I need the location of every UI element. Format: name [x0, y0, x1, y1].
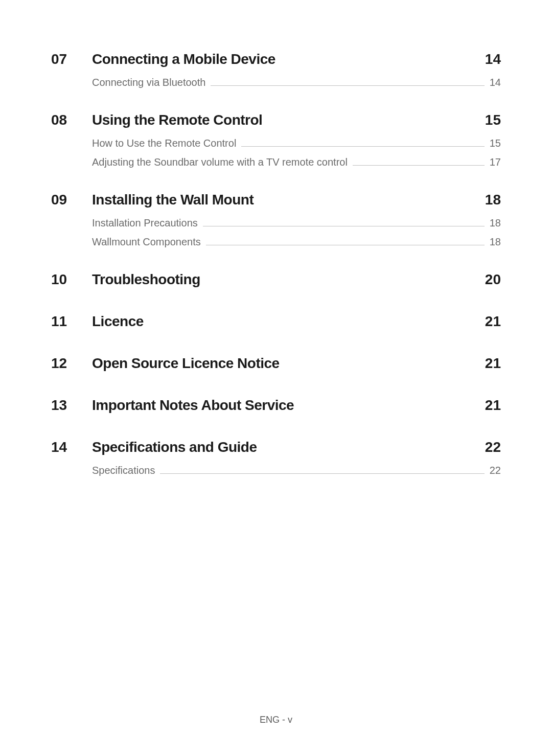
section-spacer	[51, 100, 501, 112]
section-title-row: Specifications and Guide22	[92, 439, 501, 455]
section-number: 12	[51, 355, 92, 372]
sub-item-page: 15	[490, 138, 501, 149]
sub-item-title: Specifications	[92, 465, 155, 476]
toc-section: 14Specifications and Guide22Specificatio…	[51, 439, 501, 484]
section-title-row: Licence21	[92, 313, 501, 330]
section-spacer	[51, 259, 501, 271]
sub-item-page: 22	[490, 465, 501, 476]
section-title-row: Connecting a Mobile Device14	[92, 51, 501, 67]
section-spacer	[51, 179, 501, 192]
section-page: 21	[485, 313, 501, 330]
sub-item-title: Wallmount Components	[92, 236, 201, 248]
toc-section: 07Connecting a Mobile Device14Connecting…	[51, 51, 501, 96]
section-title-row: Troubleshooting20	[92, 271, 501, 288]
section-title: Licence	[92, 313, 144, 330]
section-number: 14	[51, 439, 92, 455]
section-content: Important Notes About Service21	[92, 397, 501, 423]
sub-item-row: Connecting via Bluetooth14	[92, 77, 501, 88]
section-page: 21	[485, 397, 501, 414]
sub-item-row: Wallmount Components18	[92, 236, 501, 248]
section-number: 09	[51, 192, 92, 208]
section-title: Connecting a Mobile Device	[92, 51, 275, 67]
section-title: Open Source Licence Notice	[92, 355, 280, 372]
section-page: 20	[485, 271, 501, 288]
section-number: 11	[51, 313, 92, 330]
section-spacer	[51, 301, 501, 313]
sub-item-page: 14	[490, 77, 501, 88]
section-title: Troubleshooting	[92, 271, 200, 288]
toc-section: 13Important Notes About Service21	[51, 397, 501, 423]
section-spacer	[51, 385, 501, 397]
section-number: 13	[51, 397, 92, 414]
toc-section: 08Using the Remote Control15How to Use t…	[51, 112, 501, 175]
page-footer: ENG - v	[0, 715, 552, 725]
sub-item-page: 18	[490, 236, 501, 248]
section-content: Installing the Wall Mount18Installation …	[92, 192, 501, 255]
sub-item-row: Specifications22	[92, 465, 501, 476]
section-page: 15	[485, 112, 501, 128]
toc-section: 10Troubleshooting20	[51, 271, 501, 297]
toc-section: 11Licence21	[51, 313, 501, 339]
section-content: Connecting a Mobile Device14Connecting v…	[92, 51, 501, 96]
section-number: 07	[51, 51, 92, 67]
toc-section: 12Open Source Licence Notice21	[51, 355, 501, 381]
section-number: 08	[51, 112, 92, 128]
section-page: 18	[485, 192, 501, 208]
section-title-row: Using the Remote Control15	[92, 112, 501, 128]
section-spacer	[51, 343, 501, 355]
footer-text: ENG - v	[260, 715, 292, 725]
section-page: 14	[485, 51, 501, 67]
sub-item-title: Connecting via Bluetooth	[92, 77, 205, 88]
section-spacer	[51, 427, 501, 439]
section-content: Specifications and Guide22Specifications…	[92, 439, 501, 484]
section-title-row: Important Notes About Service21	[92, 397, 501, 414]
leader-line	[353, 165, 485, 166]
leader-line	[241, 146, 484, 147]
leader-line	[211, 85, 484, 86]
section-page: 22	[485, 439, 501, 455]
section-content: Using the Remote Control15How to Use the…	[92, 112, 501, 175]
toc-container: 07Connecting a Mobile Device14Connecting…	[51, 51, 501, 500]
sub-item-row: Installation Precautions18	[92, 217, 501, 229]
sub-item-row: How to Use the Remote Control15	[92, 138, 501, 149]
section-content: Licence21	[92, 313, 501, 339]
section-title-row: Open Source Licence Notice21	[92, 355, 501, 372]
sub-item-page: 18	[490, 217, 501, 229]
sub-item-row: Adjusting the Soundbar volume with a TV …	[92, 156, 501, 168]
sub-item-title: How to Use the Remote Control	[92, 138, 236, 149]
section-page: 21	[485, 355, 501, 372]
leader-line	[203, 226, 485, 226]
sub-item-title: Adjusting the Soundbar volume with a TV …	[92, 156, 348, 168]
sub-item-title: Installation Precautions	[92, 217, 198, 229]
sub-item-page: 17	[490, 156, 501, 168]
section-title-row: Installing the Wall Mount18	[92, 192, 501, 208]
section-title: Important Notes About Service	[92, 397, 294, 414]
section-spacer	[51, 488, 501, 500]
section-title: Installing the Wall Mount	[92, 192, 254, 208]
section-title: Using the Remote Control	[92, 112, 262, 128]
section-title: Specifications and Guide	[92, 439, 257, 455]
toc-section: 09Installing the Wall Mount18Installatio…	[51, 192, 501, 255]
leader-line	[206, 245, 485, 245]
section-number: 10	[51, 271, 92, 288]
section-content: Open Source Licence Notice21	[92, 355, 501, 381]
section-content: Troubleshooting20	[92, 271, 501, 297]
leader-line	[160, 473, 484, 474]
